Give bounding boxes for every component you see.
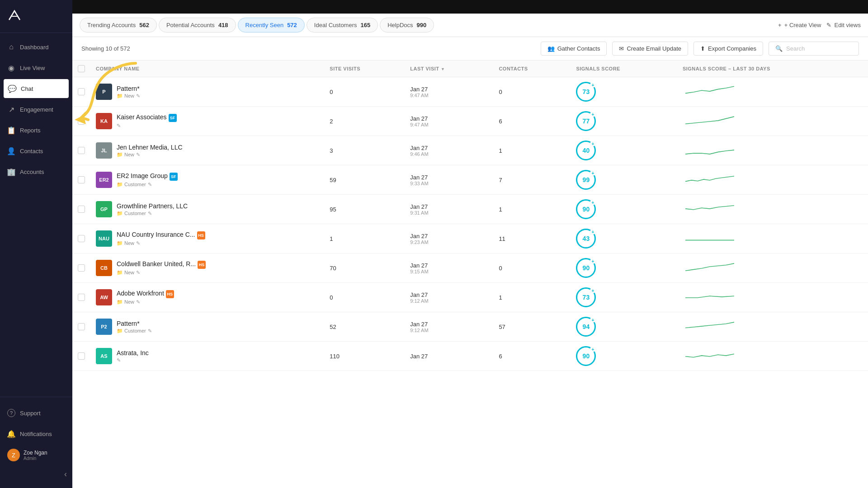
row-checkbox[interactable] (78, 147, 85, 154)
filter-tab-actions: + + Create View ✎ Edit views (778, 22, 861, 28)
company-cell: P Pattern* 📁 New ✎ (96, 84, 319, 100)
company-logo: CB (96, 260, 112, 276)
company-tag-label: 📁 New (117, 299, 134, 305)
row-checkbox[interactable] (78, 352, 85, 360)
gather-contacts-button[interactable]: 👥 Gather Contacts (541, 42, 607, 56)
sidebar-item-contacts[interactable]: 👤 Contacts (0, 141, 72, 161)
search-box[interactable]: 🔍 Search (769, 42, 859, 56)
row-checkbox[interactable] (78, 235, 85, 242)
row-checkbox[interactable] (78, 117, 85, 125)
sparkline-chart (683, 230, 737, 246)
table-row[interactable]: AS Astrata, Inc ✎ 110Jan 276 90 + (72, 342, 868, 371)
edit-link-icon[interactable]: ✎ (117, 123, 121, 129)
edit-link-icon[interactable]: ✎ (148, 211, 152, 216)
row-checkbox[interactable] (78, 323, 85, 330)
company-tag-label: 📁 New (117, 270, 134, 276)
company-name[interactable]: Growthline Partners, LLC (117, 202, 188, 210)
company-tag-label: 📁 Customer (117, 328, 146, 334)
companies-table-container: COMPANY NAME SITE VISITS LAST VISIT ▼ CO… (72, 61, 868, 488)
table-row[interactable]: P Pattern* 📁 New ✎ 0Jan 279:47 AM0 73 + (72, 77, 868, 107)
edit-link-icon[interactable]: ✎ (136, 93, 140, 99)
company-tag: 📁 New ✎ (117, 152, 183, 158)
last-visit-time: 9:15 AM (410, 269, 488, 274)
sidebar-collapse-button[interactable]: ‹ (0, 466, 72, 483)
sidebar-item-dashboard[interactable]: ⌂ Dashboard (0, 37, 72, 57)
score-circle: 73 + (576, 82, 596, 102)
create-email-update-button[interactable]: ✉ Create Email Update (612, 42, 688, 56)
table-row[interactable]: P2 Pattern* 📁 Customer ✎ 52Jan 279:12 AM… (72, 312, 868, 342)
company-info: ER2 Image GroupSF 📁 Customer ✎ (117, 172, 178, 188)
company-name[interactable]: NAU Country Insurance C...HS (117, 231, 205, 239)
row-checkbox[interactable] (78, 88, 85, 95)
row-checkbox[interactable] (78, 294, 85, 301)
company-tag-label: 📁 New (117, 93, 134, 99)
company-name[interactable]: ER2 Image GroupSF (117, 172, 178, 181)
company-logo: AW (96, 289, 112, 305)
company-tag-label: 📁 New (117, 240, 134, 246)
table-row[interactable]: KA Kaiser AssociatesSF ✎ 2Jan 279:47 AM6… (72, 107, 868, 136)
company-name[interactable]: Pattern* (117, 320, 152, 327)
last-visit-cell: Jan 27 (405, 342, 493, 371)
crm-sf-badge: SF (170, 173, 178, 181)
last-visit-date: Jan 27 (410, 115, 488, 122)
sidebar-item-notifications[interactable]: 🔔 Notifications (0, 423, 72, 444)
edit-link-icon[interactable]: ✎ (136, 152, 140, 158)
table-row[interactable]: NAU NAU Country Insurance C...HS 📁 New ✎… (72, 224, 868, 253)
row-checkbox[interactable] (78, 264, 85, 272)
score-circle: 77 + (576, 111, 596, 131)
select-all-checkbox[interactable] (78, 65, 85, 72)
company-name[interactable]: Coldwell Banker United, R...HS (117, 260, 206, 269)
edit-views-button[interactable]: ✎ Edit views (826, 22, 861, 28)
table-row[interactable]: GP Growthline Partners, LLC 📁 Customer ✎… (72, 195, 868, 224)
sidebar-item-label: Chat (21, 85, 33, 92)
sparkline-cell (677, 195, 868, 224)
site-visits-cell: 59 (324, 165, 405, 195)
last-visit-time: 9:47 AM (410, 93, 488, 98)
tab-trending-accounts[interactable]: Trending Accounts 562 (80, 18, 157, 33)
last-visit-cell: Jan 279:23 AM (405, 224, 493, 253)
tab-helpdocs[interactable]: HelpDocs 990 (380, 18, 434, 33)
company-name[interactable]: Astrata, Inc (117, 349, 149, 357)
company-name[interactable]: Adobe WorkfrontHS (117, 290, 174, 298)
company-tag: 📁 Customer ✎ (117, 328, 152, 334)
edit-link-icon[interactable]: ✎ (148, 182, 152, 188)
create-view-button[interactable]: + + Create View (778, 22, 821, 28)
row-checkbox[interactable] (78, 176, 85, 183)
edit-link-icon[interactable]: ✎ (117, 357, 121, 363)
col-last-visit[interactable]: LAST VISIT ▼ (405, 61, 493, 77)
company-tag: 📁 Customer ✎ (117, 211, 188, 216)
table-row[interactable]: JL Jen Lehner Media, LLC 📁 New ✎ 3Jan 27… (72, 136, 868, 165)
export-companies-button[interactable]: ⬆ Export Companies (693, 42, 763, 56)
edit-link-icon[interactable]: ✎ (136, 299, 140, 305)
company-name[interactable]: Kaiser AssociatesSF (117, 113, 177, 122)
score-circle: 90 + (576, 346, 596, 366)
last-visit-date: Jan 27 (410, 262, 488, 269)
sidebar-item-engagement[interactable]: ↗ Engagement (0, 99, 72, 120)
company-name[interactable]: Jen Lehner Media, LLC (117, 144, 183, 151)
user-info: Zoe Ngan Admin (24, 450, 47, 461)
score-plus: + (590, 82, 595, 88)
chevron-left-icon: ‹ (64, 469, 67, 479)
sidebar-item-support[interactable]: ? Support (0, 403, 72, 423)
row-checkbox[interactable] (78, 206, 85, 213)
edit-link-icon[interactable]: ✎ (136, 270, 140, 276)
table-row[interactable]: AW Adobe WorkfrontHS 📁 New ✎ 0Jan 279:12… (72, 283, 868, 312)
tab-potential-accounts[interactable]: Potential Accounts 418 (159, 18, 236, 33)
tab-ideal-customers[interactable]: Ideal Customers 165 (307, 18, 378, 33)
company-info: Astrata, Inc ✎ (117, 349, 149, 363)
tab-recently-seen[interactable]: Recently Seen 572 (238, 18, 305, 33)
table-row[interactable]: CB Coldwell Banker United, R...HS 📁 New … (72, 253, 868, 283)
company-name[interactable]: Pattern* (117, 85, 140, 92)
contacts-cell: 0 (493, 77, 571, 107)
company-cell: GP Growthline Partners, LLC 📁 Customer ✎ (96, 201, 319, 217)
sparkline-chart (683, 201, 737, 217)
sidebar-item-live-view[interactable]: ◉ Live View (0, 57, 72, 78)
sidebar-item-chat[interactable]: 💬 Chat (4, 79, 69, 98)
site-visits-cell: 70 (324, 253, 405, 283)
edit-link-icon[interactable]: ✎ (148, 328, 152, 334)
edit-link-icon[interactable]: ✎ (136, 240, 140, 246)
sidebar-item-reports[interactable]: 📋 Reports (0, 120, 72, 141)
table-row[interactable]: ER2 ER2 Image GroupSF 📁 Customer ✎ 59Jan… (72, 165, 868, 195)
crm-hs-badge: HS (166, 290, 174, 298)
sidebar-item-accounts[interactable]: 🏢 Accounts (0, 161, 72, 182)
